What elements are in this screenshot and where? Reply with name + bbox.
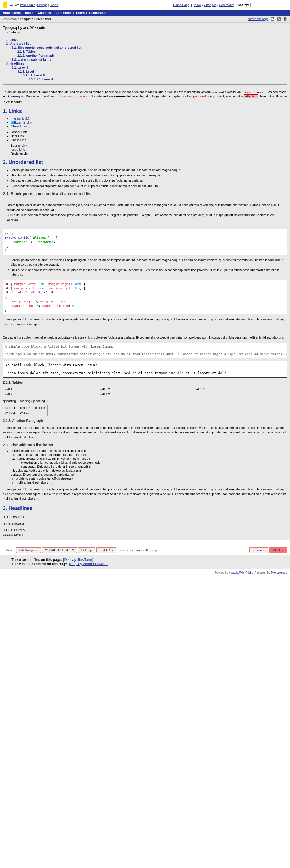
list-item: Excepteur sint occaecat cupidatat non pr… — [11, 184, 287, 188]
toc-l6[interactable]: 3.1.1.1.1. Level 6 — [29, 78, 53, 81]
toc-another[interactable]: 2.1.2. Another Paragraph — [17, 54, 54, 57]
toc-headlines[interactable]: 3. Headlines — [6, 62, 24, 65]
h-level4: 3.1.1. Level 4 — [3, 522, 287, 526]
wiki-home-link[interactable]: WackoWiki: — [3, 17, 19, 21]
h-level5: 3.1.1.1. Level 5 — [3, 528, 287, 532]
internal-link[interactable]: Internal Link — [11, 117, 29, 120]
settings-link[interactable]: Settings — [37, 3, 47, 6]
user-link[interactable]: Wiki Admin — [20, 3, 35, 6]
link-list-2: Jabber Link User Link Group Link — [11, 130, 287, 142]
bookmark-registration[interactable]: Registration — [89, 11, 107, 14]
list-item: pariatur. Excepteur sint occaecat cupida… — [11, 473, 287, 484]
svg-rect-5 — [284, 18, 286, 19]
email-code-block: An email code block, longer with Lorem I… — [3, 361, 287, 378]
acls-tab[interactable]: Edit ACLs — [96, 547, 116, 553]
toc-l4[interactable]: 3.1.1. Level 4 — [17, 70, 36, 73]
toc-l3[interactable]: 3.1. Level 3 — [11, 66, 28, 69]
simple-code-block: A simple code block, a little bit longer… — [3, 343, 287, 358]
bookmarks-bar: Bookmarks: Index| Changes| Comments| Use… — [0, 10, 290, 16]
blockquote: Lorem ipsum dolor sit amet, consectetur … — [3, 199, 287, 226]
home-link[interactable]: Home Page — [173, 3, 190, 6]
link-list-1: Internal Link 🌐External Link ✉Email Link — [11, 117, 287, 128]
external-icon: 🌐 — [11, 121, 14, 124]
table-2: cell 1-1cell 1-2cell 1-3 cell 2-1cell 2-… — [3, 405, 47, 416]
changes-link[interactable]: Changes — [204, 3, 216, 6]
list-item: Lorem ipsum dolor sit amet, consectetur … — [11, 449, 287, 472]
bookmark-users[interactable]: Users — [76, 11, 85, 14]
index-link[interactable]: Index — [194, 3, 201, 6]
revision-link: Revision Link — [11, 152, 287, 155]
h-another: 2.1.2. Another Paragraph — [3, 419, 287, 423]
email-link[interactable]: Email Link — [13, 125, 28, 128]
nested-list: Lorem ipsum dolor sit amet, consectetur … — [11, 449, 287, 484]
author-link[interactable]: Mendokusee — [271, 571, 287, 574]
settings-tab[interactable]: Settings — [78, 547, 95, 553]
wacko-link[interactable]: WackoWiki R6.3 — [230, 571, 251, 574]
jabber-link: Jabber Link — [11, 130, 287, 134]
user-link-item: User Link — [11, 134, 287, 138]
table-markup: *|heading 1|heading 2|heading 3|* — [3, 399, 287, 403]
css-code: ul { margin-left: 3em; margin-right: 3em… — [3, 280, 287, 314]
referrers-tab[interactable]: Referrers — [249, 547, 268, 553]
watch-link[interactable]: Watch this page — [248, 18, 268, 21]
toc-blockquote[interactable]: 2.1. Blockquote, some code and an ordere… — [11, 46, 81, 49]
h-level6: 3.1.1.1.1. Level 6 — [3, 533, 287, 536]
page-title: Template Screenshot — [20, 17, 51, 21]
search-label: Search: — [238, 3, 249, 6]
toc-l5[interactable]: 3.1.1.1. Level 5 — [23, 74, 45, 77]
owner-text: You are the owner of this page. — [120, 549, 159, 552]
view-tab: View — [3, 548, 15, 553]
link-list-3: Source Link Issue Link Revision Link — [11, 144, 287, 155]
external-link[interactable]: External Link — [14, 121, 32, 124]
files-link[interactable]: [Display files/form] — [63, 558, 93, 562]
list-item: Lorem ipsum dolor sit amet, consectetur … — [11, 258, 287, 267]
toc-legend: Contents — [6, 31, 21, 34]
comments-link[interactable]: Comments — [219, 3, 234, 6]
svg-rect-6 — [284, 19, 286, 21]
source-link: Source Link — [11, 144, 287, 147]
h-headlines: 3. Headlines — [3, 505, 287, 512]
php-code: <?php $wacko_config['aliases'] = [ 'Admi… — [3, 229, 287, 255]
list-item: Ut enim ad minim veniam, quis nostrud ex… — [11, 173, 287, 178]
powered-by: Powered by WackoWiki R6.3 :: Redesign by… — [0, 569, 290, 577]
footer-tabs: View Edit this page 2021-05-17 20:47:09 … — [0, 546, 290, 555]
bookmark-add-icon[interactable]: + — [271, 17, 275, 21]
list-item: Duis aute irure dolor in reprehenderit i… — [11, 178, 287, 183]
list-item: Duis aute irure dolor in reprehenderit i… — [11, 268, 287, 277]
toc-links[interactable]: 1. Links — [6, 38, 18, 41]
content: Typography and Wikicode Contents 1. Link… — [0, 23, 290, 540]
h-unordered: 2. Unordered list — [3, 159, 287, 165]
final-para: Lorem ipsum dolor sit amet, consectetur … — [3, 487, 287, 501]
bookmark-changes[interactable]: Changes — [38, 11, 51, 14]
content-heading: Typography and Wikicode — [3, 26, 287, 30]
para-after-code: Lorem ipsum dolor sit amet, consectetur … — [3, 317, 287, 327]
bookmark-index[interactable]: Index — [25, 11, 33, 14]
edit-icon[interactable] — [277, 17, 281, 21]
another-para: Lorem ipsum dolor sit amet, consectetur … — [3, 426, 287, 440]
para-after-hr: Duis aute irure dolor in reprehenderit i… — [3, 335, 287, 340]
toc-unordered[interactable]: 2. Unordered list — [6, 42, 31, 45]
logout-link[interactable]: Logout — [50, 3, 58, 6]
h-tables: 2.1.1. Tables — [3, 380, 287, 384]
h-links: 1. Links — [3, 108, 287, 115]
delete-tab[interactable]: ✕Delete — [269, 547, 287, 553]
date-tab[interactable]: 2021-05-17 20:47:09 — [42, 547, 77, 553]
list-item: Lorem ipsum dolor sit amet, consectetur … — [11, 168, 287, 173]
ordered-list: Lorem ipsum dolor sit amet, consectetur … — [11, 258, 287, 277]
page-dots[interactable]: ... — [52, 17, 55, 21]
bookmark-comments[interactable]: Comments — [56, 11, 72, 14]
page-header: WackoWiki: Template Screenshot ... Watch… — [0, 16, 290, 23]
issue-link[interactable]: Issue Link — [11, 148, 25, 151]
print-icon[interactable] — [283, 17, 287, 21]
table-1: cell 1-1cell 1-2cell 1-3 cell 2-1cell 2-… — [3, 387, 287, 397]
comments-link-footer[interactable]: [Display comments/form] — [69, 562, 109, 566]
user-info: You are Wiki Admin (Settings | Logout) — [10, 3, 59, 6]
logo-icon — [3, 1, 7, 8]
toc-sublist[interactable]: 2.2. List with sub list items — [11, 58, 51, 61]
edit-tab[interactable]: Edit this page — [16, 547, 41, 553]
toc-tables[interactable]: 2.1.1. Tables — [17, 50, 36, 53]
search-input[interactable] — [250, 3, 287, 7]
header: You are Wiki Admin (Settings | Logout) H… — [0, 0, 290, 10]
intro-paragraph: Lorem ipsum bold sit amet, italic adipis… — [3, 89, 287, 104]
h-level3: 3.1. Level 3 — [3, 515, 287, 519]
